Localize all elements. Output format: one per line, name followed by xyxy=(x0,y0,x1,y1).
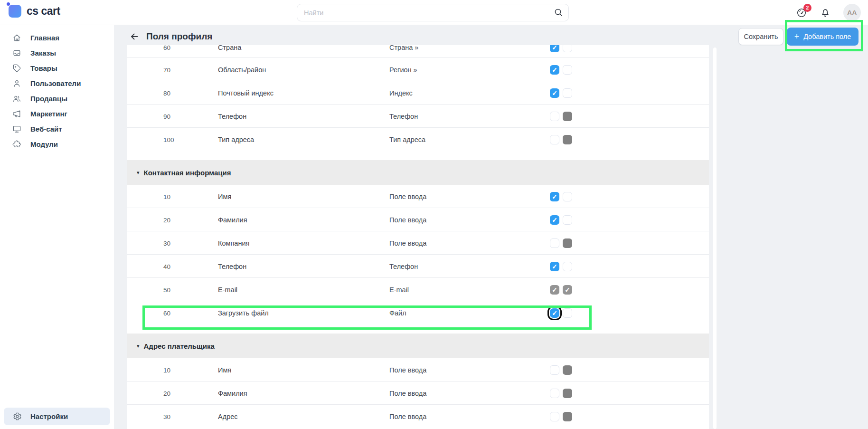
section-title: Контактная информация xyxy=(144,169,231,177)
row-name[interactable]: Телефон xyxy=(218,113,246,120)
cs-cart-logo-icon xyxy=(9,5,21,18)
sidebar-item-orders[interactable]: Заказы xyxy=(0,45,114,60)
checkbox-2[interactable] xyxy=(563,88,572,98)
orders-icon xyxy=(12,48,21,57)
checkbox-2[interactable] xyxy=(563,262,572,271)
checkbox-1[interactable] xyxy=(550,262,559,271)
checkbox-1[interactable] xyxy=(550,365,559,375)
row-checkboxes xyxy=(550,308,572,318)
row-position: 20 xyxy=(163,216,170,223)
row-name[interactable]: Фамилия xyxy=(218,390,247,397)
performance-gauge-icon[interactable]: 2 xyxy=(796,7,807,19)
row-type: Телефон xyxy=(389,263,418,270)
checkbox-1[interactable] xyxy=(550,389,559,398)
sidebar-item-users[interactable]: Пользователи xyxy=(0,76,114,91)
checkbox-1[interactable] xyxy=(550,192,559,201)
logo-dot-icon xyxy=(7,2,10,6)
cs-cart-logo[interactable]: cs cart xyxy=(9,5,60,18)
search-icon[interactable] xyxy=(553,7,564,18)
row-position: 50 xyxy=(163,286,170,293)
row-checkboxes xyxy=(550,412,572,421)
row-name[interactable]: Имя xyxy=(218,366,231,374)
table-row: 30АдресПоле ввода xyxy=(127,405,709,428)
checkbox-1[interactable] xyxy=(550,112,559,121)
section-header[interactable]: ▾Адрес плательщика xyxy=(127,334,709,358)
table-row: 10ИмяПоле ввода xyxy=(127,185,709,208)
row-position: 40 xyxy=(163,263,170,270)
checkbox-2[interactable] xyxy=(563,65,572,75)
row-name[interactable]: Область/район xyxy=(218,66,266,74)
row-checkboxes xyxy=(550,389,572,398)
sidebar-item-home[interactable]: Главная xyxy=(0,30,114,45)
row-name[interactable]: Телефон xyxy=(218,263,246,270)
checkbox-2[interactable] xyxy=(563,215,572,225)
table-row: 70Область/районРегион » xyxy=(127,58,709,81)
row-checkboxes xyxy=(550,65,572,75)
add-field-button[interactable]: + Добавить поле xyxy=(787,28,859,46)
sidebar-item-vendors[interactable]: Продавцы xyxy=(0,91,114,106)
row-name[interactable]: Тип адреса xyxy=(218,136,254,143)
row-type: Поле ввода xyxy=(389,366,426,374)
collapse-triangle-icon: ▾ xyxy=(137,343,140,349)
search-input[interactable] xyxy=(297,4,569,21)
checkbox-1[interactable] xyxy=(550,215,559,225)
row-position: 100 xyxy=(163,136,174,143)
checkbox-2[interactable] xyxy=(563,308,572,318)
row-name[interactable]: Загрузить файл xyxy=(218,309,269,317)
avatar[interactable]: AA xyxy=(843,4,861,21)
checkbox-2[interactable] xyxy=(563,45,572,52)
save-button[interactable]: Сохранить xyxy=(738,28,783,45)
row-position: 10 xyxy=(163,193,170,200)
sidebar-item-products[interactable]: Товары xyxy=(0,60,114,76)
gear-icon xyxy=(13,412,22,421)
row-name[interactable]: Почтовый индекс xyxy=(218,89,274,97)
row-name[interactable]: Фамилия xyxy=(218,216,247,224)
scrollbar-track[interactable] xyxy=(713,48,717,429)
sidebar-item-marketing[interactable]: Маркетинг xyxy=(0,106,114,121)
checkbox-1[interactable] xyxy=(550,135,559,144)
row-checkboxes xyxy=(550,365,572,375)
row-checkboxes xyxy=(550,45,572,52)
row-position: 30 xyxy=(163,239,170,247)
row-name[interactable]: Страна xyxy=(218,45,241,51)
table-row: 80Почтовый индексИндекс xyxy=(127,81,709,105)
sidebar-item-modules[interactable]: Модули xyxy=(0,136,114,152)
row-position: 70 xyxy=(163,66,170,73)
sidebar-item-label: Модули xyxy=(30,140,58,148)
row-checkboxes xyxy=(550,88,572,98)
table-row: 50E-mailE-mail xyxy=(127,278,709,301)
sidebar-item-website[interactable]: Веб-сайт xyxy=(0,121,114,136)
row-type: Поле ввода xyxy=(389,216,426,224)
row-type: Поле ввода xyxy=(389,390,426,397)
checkbox-1[interactable] xyxy=(550,65,559,75)
tag-icon xyxy=(12,64,21,73)
topbar: cs cart 2 AA xyxy=(0,0,868,25)
checkbox-1[interactable] xyxy=(550,88,559,98)
monitor-icon xyxy=(12,124,21,133)
bell-icon[interactable] xyxy=(820,7,831,19)
row-name[interactable]: E-mail xyxy=(218,286,237,294)
row-checkboxes xyxy=(550,262,572,271)
row-name[interactable]: Имя xyxy=(218,193,231,200)
checkbox-1[interactable] xyxy=(550,308,559,318)
checkbox-1[interactable] xyxy=(550,412,559,421)
checkbox-1[interactable] xyxy=(550,238,559,248)
row-type: E-mail xyxy=(389,286,409,294)
checkbox-1[interactable] xyxy=(550,45,559,52)
section-header[interactable]: ▾Контактная информация xyxy=(127,160,709,185)
checkbox-2 xyxy=(563,389,572,398)
sidebar-nav: ГлавнаяЗаказыТоварыПользователиПродавцыМ… xyxy=(0,25,114,152)
row-name[interactable]: Компания xyxy=(218,239,249,247)
sidebar-item-settings[interactable]: Настройки xyxy=(4,408,110,425)
plus-icon: + xyxy=(794,32,800,41)
table-row: 40ТелефонТелефон xyxy=(127,255,709,278)
checkbox-2[interactable] xyxy=(563,192,572,201)
table-row: 20ФамилияПоле ввода xyxy=(127,381,709,405)
row-type: Регион » xyxy=(389,66,417,74)
checkbox-1 xyxy=(550,285,559,295)
home-icon xyxy=(12,33,21,42)
row-position: 80 xyxy=(163,89,170,96)
row-name[interactable]: Адрес xyxy=(218,413,238,420)
row-position: 30 xyxy=(163,413,170,420)
back-arrow-icon[interactable] xyxy=(129,31,140,42)
